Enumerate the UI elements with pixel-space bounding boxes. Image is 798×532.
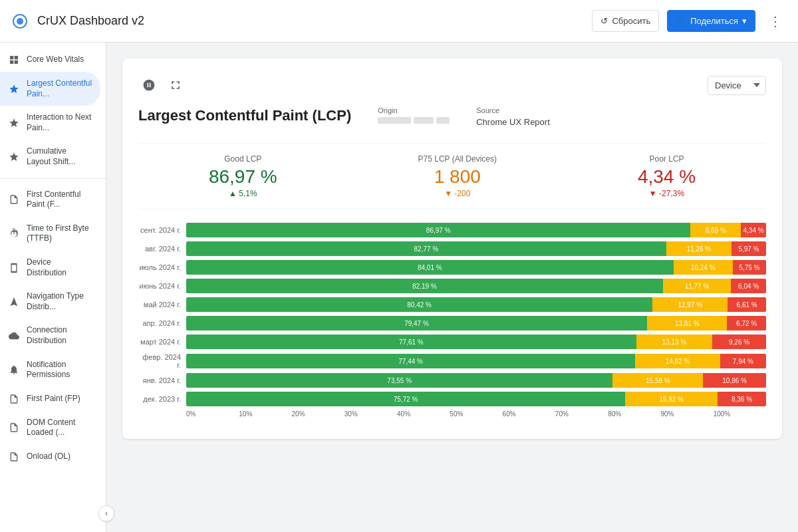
sidebar-item-interaction-to-next-paint[interactable]: Interaction to Next Pain... — [0, 106, 100, 140]
sidebar-item-connection-distribution[interactable]: Connection Distribution — [0, 319, 100, 352]
grid-icon — [8, 55, 20, 65]
x-tick: 100% — [714, 410, 766, 418]
good-lcp-value: 86,97 % — [209, 166, 277, 188]
sidebar-item-label: First Paint (FP) — [27, 394, 80, 404]
chart-row-label: февр. 2024 г. — [138, 353, 186, 369]
sidebar-item-time-to-first-byte[interactable]: Time to First Byte (TTFB) — [0, 217, 100, 251]
bar-needs-improvement: 13,81 % — [647, 316, 727, 331]
good-lcp-delta: ▲ 5,1% — [209, 189, 277, 198]
chart-bar: 77,44 % 14,62 % 7,94 % — [186, 354, 766, 368]
share-button[interactable]: 👤 Поделиться ▾ — [667, 10, 755, 32]
sidebar-item-label: Largest Contentful Pain... — [27, 78, 92, 99]
chart-row-label: авг. 2024 г. — [138, 245, 186, 253]
reset-icon: ↺ — [600, 16, 608, 26]
chart-row-label: май 2024 г. — [138, 301, 186, 309]
source-label: Source — [476, 106, 550, 114]
doc-icon — [8, 394, 20, 404]
sidebar-item-label: Navigation Type Distrib... — [27, 291, 92, 312]
chart-bar: 80,42 % 12,97 % 6,61 % — [186, 297, 766, 312]
p75-lcp-value: 1 800 — [418, 166, 497, 188]
bar-needs-improvement: 11,77 % — [663, 279, 732, 293]
sidebar-item-first-contentful-paint[interactable]: First Contentful Paint (F... — [0, 183, 100, 217]
bar-poor: 5,75 % — [733, 260, 766, 275]
chart-row-label: июнь 2024 г. — [138, 282, 186, 290]
bar-needs-improvement: 11,26 % — [666, 241, 732, 256]
chart-row: сент. 2024 г. 86,97 % 8,69 % 4,34 % — [138, 223, 766, 237]
chart-row: февр. 2024 г. 77,44 % 14,62 % 7,94 % — [138, 353, 766, 369]
cloud-icon — [8, 331, 20, 341]
bar-good: 86,97 % — [186, 223, 690, 237]
p75-lcp-stat: P75 LCP (All Devices) 1 800 ▼ -200 — [418, 154, 497, 198]
origin-meta: Origin — [378, 106, 450, 124]
ux-report-icon[interactable] — [138, 74, 160, 96]
p75-lcp-label: P75 LCP (All Devices) — [418, 154, 497, 164]
reset-button[interactable]: ↺ Сбросить — [592, 10, 659, 32]
star-icon — [8, 118, 20, 128]
x-tick: 70% — [555, 410, 608, 418]
device-selector-wrapper[interactable]: DevicePhoneTabletDesktop — [708, 76, 766, 95]
chart-row-label: март 2024 г. — [138, 338, 186, 346]
more-menu-button[interactable]: ⋮ — [763, 9, 787, 33]
sidebar-item-onload[interactable]: Onload (OL) — [0, 445, 100, 469]
chart-bar: 73,55 % 15,58 % 10,86 % — [186, 373, 766, 388]
sidebar-collapse-button[interactable]: ‹ — [98, 505, 106, 521]
bar-poor: 4,34 % — [741, 223, 766, 237]
bar-good: 82,77 % — [186, 241, 666, 256]
chart-row: авг. 2024 г. 82,77 % 11,26 % 5,97 % — [138, 241, 766, 256]
poor-lcp-label: Poor LCP — [638, 154, 696, 164]
sidebar-item-label: Core Web Vitals — [27, 55, 84, 65]
sidebar-item-navigation-type[interactable]: Navigation Type Distrib... — [0, 285, 100, 319]
sidebar-item-cumulative-layout-shift[interactable]: Cumulative Layout Shift... — [0, 140, 100, 174]
sidebar-item-first-paint[interactable]: First Paint (FP) — [0, 387, 100, 411]
sidebar-item-label: First Contentful Paint (F... — [27, 190, 92, 210]
card-title-row: Largest Contentful Paint (LCP) Origin So… — [138, 106, 766, 127]
chart-bar: 82,19 % 11,77 % 6,04 % — [186, 279, 766, 293]
card-icon-group — [138, 74, 186, 96]
bar-good: 73,55 % — [186, 373, 612, 388]
bar-poor: 8,36 % — [718, 392, 766, 406]
bar-poor: 6,61 % — [728, 297, 766, 312]
sidebar-item-dom-content-loaded[interactable]: DOM Content Loaded (... — [0, 411, 100, 445]
main-content: DevicePhoneTabletDesktop Largest Content… — [106, 43, 798, 532]
sidebar-item-device-distribution[interactable]: Device Distribution — [0, 251, 100, 285]
nav-icon — [8, 297, 20, 307]
good-lcp-label: Good LCP — [209, 154, 277, 164]
bar-poor: 10,86 % — [703, 373, 766, 388]
bar-good: 79,47 % — [186, 316, 647, 331]
bar-poor: 6,72 % — [727, 316, 766, 331]
origin-blob-1 — [378, 117, 411, 124]
chart-bar: 75,72 % 15,92 % 8,36 % — [186, 392, 766, 406]
doc-icon — [8, 452, 20, 462]
chart-row: дек. 2023 г. 75,72 % 15,92 % 8,36 % — [138, 392, 766, 406]
origin-label: Origin — [378, 106, 450, 114]
poor-lcp-value: 4,34 % — [638, 166, 696, 188]
star-icon — [8, 152, 20, 162]
logo-icon — [11, 12, 29, 31]
app-title: CrUX Dashboard v2 — [37, 14, 592, 28]
bar-good: 77,44 % — [186, 354, 635, 368]
chart-bar: 82,77 % 11,26 % 5,97 % — [186, 241, 766, 256]
star-icon — [8, 84, 20, 94]
sidebar-item-largest-contentful-paint[interactable]: Largest Contentful Pain... — [0, 72, 100, 106]
x-tick: 20% — [292, 410, 344, 418]
expand-icon[interactable] — [165, 74, 186, 96]
chart-bar: 86,97 % 8,69 % 4,34 % — [186, 223, 766, 237]
poor-lcp-delta: ▼ -27,3% — [638, 189, 696, 198]
bar-needs-improvement: 13,13 % — [636, 334, 712, 349]
source-value: Chrome UX Report — [476, 117, 550, 127]
device-icon — [8, 263, 20, 273]
bar-needs-improvement: 15,58 % — [612, 373, 703, 388]
sidebar-item-label: Interaction to Next Pain... — [27, 112, 92, 133]
chart-area: сент. 2024 г. 86,97 % 8,69 % 4,34 % авг.… — [138, 223, 766, 423]
sidebar-item-notification-permissions[interactable]: Notification Permissions — [0, 353, 100, 387]
sidebar-item-label: Cumulative Layout Shift... — [27, 146, 92, 167]
device-select[interactable]: DevicePhoneTabletDesktop — [708, 76, 766, 95]
chart-row: июль 2024 г. 84,01 % 10,24 % 5,75 % — [138, 260, 766, 275]
chart-row-label: сент. 2024 г. — [138, 226, 186, 234]
bar-needs-improvement: 15,92 % — [625, 392, 718, 406]
bar-poor: 7,94 % — [720, 354, 766, 368]
bar-good: 77,61 % — [186, 334, 636, 349]
doc-icon — [8, 194, 20, 205]
sidebar-item-core-web-vitals[interactable]: Core Web Vitals — [0, 48, 100, 72]
card-header: DevicePhoneTabletDesktop — [138, 74, 766, 96]
